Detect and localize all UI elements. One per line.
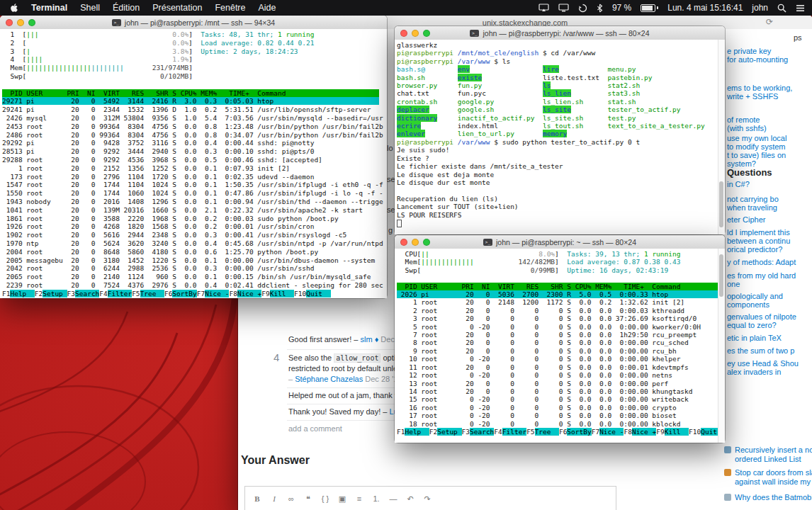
scrollbar-thumb[interactable] [719,181,723,227]
sidebar-link-fragment[interactable]: in C#? [727,180,750,188]
menu-édition[interactable]: Édition [113,3,140,13]
menu-terminal[interactable]: Terminal [31,3,67,13]
editor-toolbar-icon[interactable]: B [251,494,264,503]
sidebar-link-fragment[interactable]: y of methods: Adapt [727,258,796,266]
sidebar-link-fragment[interactable]: eter Cipher [727,215,765,224]
scrollbar-thumb[interactable] [719,254,723,297]
add-comment-link[interactable]: add a comment [288,424,342,433]
hot-question-link[interactable]: Why does the Batmobile have [735,493,812,502]
terminal-content[interactable]: 1 [||| 0.0%] Tasks: 48, 31 thr; 1 runnin… [0,29,387,298]
sidebar-link-fragment[interactable]: (with sshfs) [727,124,767,132]
answer-editor[interactable]: BI∞❝{ }▣≡1.―↶↷ [244,486,616,510]
sidebar-link-fragment[interactable]: equal to zero? [727,321,777,329]
terminal-titlebar[interactable]: >_ john — pi@raspberrypi: ~ — ssh — 80×2… [395,235,725,249]
editor-toolbar-icon[interactable]: ↶ [404,494,417,504]
hot-question-link[interactable]: Recursively insert a node in anordered L… [735,446,812,464]
terminal-line: CPU[|| 8.0%] Tasks: 39, 13 thr; 1 runnin… [397,250,718,258]
sidebar-link-fragment[interactable]: t to save) files on [727,151,786,159]
close-button[interactable] [400,30,407,37]
comment-line: Good first answer! – slm ♦ Dec 2 [288,335,401,344]
menu-aide[interactable]: Aide [258,3,276,13]
fast-user-switch[interactable]: john [752,3,768,13]
editor-toolbar-icon[interactable]: ▣ [336,494,349,504]
sidebar-link-fragment[interactable]: use my own local [727,134,786,142]
sidebar-link-fragment[interactable]: etic in plain TeX [727,334,782,342]
terminal-content[interactable]: CPU[|| 8.0%] Tasks: 39, 13 thr; 1 runnin… [395,249,718,443]
editor-toolbar-icon[interactable]: { } [319,494,332,503]
sidebar-link-fragment[interactable]: not carrying bo [727,195,779,203]
terminal-icon: >_ [470,30,479,37]
sidebar-link-fragment[interactable]: for auto-mounting [727,55,788,64]
minimize-button[interactable] [412,30,419,37]
notification-center-icon[interactable] [796,4,805,12]
editor-toolbar-icon[interactable]: ↷ [421,494,434,504]
sidebar-link-fragment[interactable]: of remote [727,115,760,124]
bookmark-fragment[interactable]: ps [794,33,802,42]
browser-url[interactable]: unix.stackexchange.com [483,18,568,27]
airplay-icon[interactable] [538,4,549,12]
sidebar-link-fragment[interactable]: when traveling [727,203,777,212]
minimize-button[interactable] [17,19,24,26]
menu-shell[interactable]: Shell [80,3,100,13]
terminal-line: 2426 mysql 20 0 312M 53804 9356 S 1.0 5.… [2,114,387,123]
editor-toolbar-icon[interactable]: ≡ [353,494,366,503]
sidebar-link-fragment[interactable]: components [727,300,769,309]
sidebar-link-fragment[interactable]: genvalues of nilpote [727,312,796,321]
reload-icon[interactable]: ⟳ [766,17,773,27]
bluetooth-icon[interactable] [597,4,603,13]
sidebar-link-fragment[interactable]: ey use Head & Shou [727,359,799,368]
menu-présentation[interactable]: Présentation [152,3,202,13]
comment-author-link[interactable]: Stéphane Chazelas [295,375,363,383]
window-controls[interactable] [400,30,430,37]
spotlight-search-icon[interactable] [777,4,786,13]
sidebar-link-fragment[interactable]: ems to be working, [727,84,792,92]
sidebar-link-fragment[interactable]: to modify system [727,142,786,151]
editor-toolbar-icon[interactable]: I [268,494,281,503]
sidebar-link-fragment[interactable]: e private key [727,47,771,55]
menu-fenêtre[interactable]: Fenêtre [215,3,245,13]
close-button[interactable] [6,19,13,26]
sidebar-link-fragment[interactable]: alex invaders in [727,368,781,376]
apple-menu[interactable] [10,3,18,13]
sidebar-link-fragment[interactable]: opologically and [727,292,783,300]
editor-toolbar-icon[interactable]: ∞ [285,494,298,503]
terminal-line: dictionary inactif_to_actif.py ls_site.s… [397,114,718,122]
terminal-line: browser.py fun.py ls stat2.sh [397,81,718,89]
sidebar-link-fragment[interactable]: one [727,280,740,288]
terminal-line: 1 root 20 0 2148 1200 1172 S 0.0 0.2 1:3… [397,298,718,306]
comment-text: Good first answer! – [288,335,361,344]
terminal-line: bash.s@ env lire menu.py [397,65,718,73]
terminal-window-varwww[interactable]: >_ john — pi@raspberrypi: /var/www — ssh… [395,26,725,234]
zoom-button[interactable] [423,30,430,37]
editor-toolbar-icon[interactable]: 1. [370,494,383,503]
zoom-button[interactable] [423,239,430,246]
sidebar-link-fragment[interactable]: orical predictor? [727,245,782,254]
terminal-window-htop-right[interactable]: >_ john — pi@raspberrypi: ~ — ssh — 80×2… [395,235,725,443]
zoom-button[interactable] [28,19,35,26]
sidebar-link-fragment[interactable]: es from my old hard [727,271,796,280]
menu-bar-clock[interactable]: Lun. 4 mai 15:16:41 [667,3,743,13]
terminal-content[interactable]: glasswerkzpi@raspberrypi /mnt/mot_cle/en… [395,40,718,234]
sidebar-link-fragment[interactable]: between a continu [727,237,790,245]
sidebar-link-fragment[interactable]: write + SSHFS [727,92,778,101]
scrollbar[interactable] [718,249,725,443]
minimize-button[interactable] [412,239,419,246]
time-machine-icon[interactable] [578,4,587,13]
comment-author-link[interactable]: slm ♦ [361,335,379,344]
editor-toolbar-icon[interactable]: ❝ [302,494,315,504]
terminal-window-htop-left[interactable]: >_ john — pi@raspberrypi: /mnt — ssh — 9… [0,16,387,298]
battery-icon[interactable] [641,4,658,12]
window-controls[interactable] [400,239,430,246]
comment-text: See also the [288,353,334,362]
sidebar-link-fragment[interactable]: es the sum of two p [727,346,794,355]
scrollbar[interactable] [718,40,725,234]
close-button[interactable] [400,239,407,246]
hot-question-link[interactable]: Stop car doors from slammingagainst wall… [735,468,812,487]
terminal-titlebar[interactable]: >_ john — pi@raspberrypi: /var/www — ssh… [395,26,725,40]
display-icon[interactable] [558,4,569,12]
window-controls[interactable] [6,19,35,26]
terminal-titlebar[interactable]: >_ john — pi@raspberrypi: /mnt — ssh — 9… [0,16,387,30]
sidebar-link-fragment[interactable]: ld I implement this [727,228,790,237]
editor-toolbar-icon[interactable]: ― [387,494,400,503]
editor-toolbar: BI∞❝{ }▣≡1.―↶↷ [245,487,616,504]
